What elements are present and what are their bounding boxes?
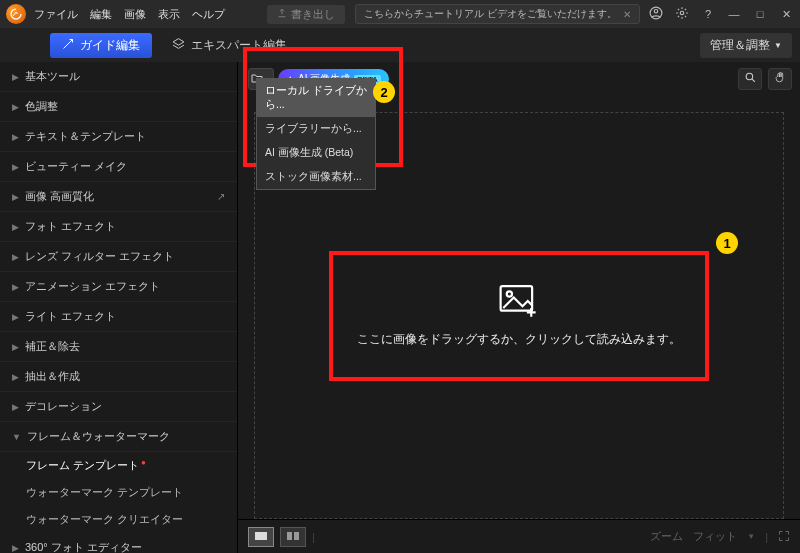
chevron-down-icon: ▼ — [774, 41, 782, 50]
guide-edit-button[interactable]: ガイド編集 — [50, 33, 152, 58]
image-add-icon — [498, 283, 540, 321]
sidebar-label: アニメーション エフェクト — [25, 279, 160, 294]
upload-icon — [277, 8, 287, 20]
caret-icon: ▶ — [12, 312, 19, 322]
sidebar-label: 360° フォト エディター — [25, 540, 142, 553]
sidebar-label: フォト エフェクト — [25, 219, 116, 234]
sidebar-label: フレーム＆ウォーターマーク — [27, 429, 170, 444]
fit-label[interactable]: フィット — [693, 529, 737, 544]
caret-icon: ▶ — [12, 162, 19, 172]
sidebar-label: レンズ フィルター エフェクト — [25, 249, 174, 264]
svg-point-5 — [507, 291, 512, 296]
expert-edit-button[interactable]: エキスパート編集 — [172, 37, 287, 54]
close-icon[interactable]: ✕ — [623, 9, 631, 20]
sidebar-label: テキスト＆テンプレート — [25, 129, 146, 144]
sidebar-sub-label: フレーム テンプレート — [26, 459, 139, 471]
menu-file[interactable]: ファイル — [34, 7, 78, 22]
menu-image[interactable]: 画像 — [124, 7, 146, 22]
export-button[interactable]: 書き出し — [267, 5, 345, 24]
dropdown-stock[interactable]: ストック画像素材... — [257, 165, 375, 189]
sidebar-label: ビューティー メイク — [25, 159, 127, 174]
chevron-down-icon: ▼ — [12, 432, 21, 442]
guide-edit-label: ガイド編集 — [80, 37, 140, 54]
caret-icon: ▶ — [12, 252, 19, 262]
sidebar-item-extract[interactable]: ▶抽出＆作成 — [0, 362, 237, 392]
sidebar-item-photo-effect[interactable]: ▶フォト エフェクト — [0, 212, 237, 242]
sidebar-item-color[interactable]: ▶色調整 — [0, 92, 237, 122]
sidebar-item-360[interactable]: ▶360° フォト エディター — [0, 533, 237, 553]
sidebar-sub-watermark-template[interactable]: ウォーターマーク テンプレート — [0, 479, 237, 506]
svg-point-2 — [680, 11, 684, 15]
svg-point-3 — [746, 73, 753, 80]
split-view-button[interactable] — [280, 527, 306, 547]
single-view-button[interactable] — [248, 527, 274, 547]
sidebar-label: 色調整 — [25, 99, 58, 114]
svg-rect-8 — [294, 532, 299, 540]
sidebar-label: 補正＆除去 — [25, 339, 80, 354]
minimize-button[interactable]: — — [726, 8, 742, 20]
caret-icon: ▶ — [12, 402, 19, 412]
annotation-badge-2: 2 — [373, 81, 395, 103]
sidebar: ▶基本ツール ▶色調整 ▶テキスト＆テンプレート ▶ビューティー メイク ▶画像… — [0, 62, 238, 553]
sidebar-sub-label: ウォーターマーク クリエイター — [26, 513, 183, 525]
sidebar-item-light[interactable]: ▶ライト エフェクト — [0, 302, 237, 332]
wand-icon — [62, 38, 74, 53]
sidebar-item-decoration[interactable]: ▶デコレーション — [0, 392, 237, 422]
manage-adjust-button[interactable]: 管理＆調整 ▼ — [700, 33, 792, 58]
drop-zone-highlight: ここに画像をドラッグするか、クリックして読み込みます。 — [329, 251, 709, 381]
menu-edit[interactable]: 編集 — [90, 7, 112, 22]
dropdown-local-drive[interactable]: ローカル ドライブから... — [257, 79, 375, 117]
sidebar-item-correct[interactable]: ▶補正＆除去 — [0, 332, 237, 362]
dropdown-library[interactable]: ライブラリーから... — [257, 117, 375, 141]
menu-view[interactable]: 表示 — [158, 7, 180, 22]
pan-button[interactable] — [768, 68, 792, 90]
external-link-icon: ↗ — [217, 191, 225, 202]
caret-icon: ▶ — [12, 132, 19, 142]
search-icon — [744, 71, 757, 87]
sidebar-label: 基本ツール — [25, 69, 80, 84]
chevron-down-icon: ▼ — [747, 532, 755, 541]
hand-icon — [774, 71, 787, 87]
help-icon[interactable]: ? — [700, 8, 716, 20]
expert-edit-label: エキスパート編集 — [191, 37, 287, 54]
sidebar-item-text[interactable]: ▶テキスト＆テンプレート — [0, 122, 237, 152]
maximize-button[interactable]: □ — [752, 8, 768, 20]
settings-icon[interactable] — [674, 6, 690, 22]
account-icon[interactable] — [648, 6, 664, 22]
svg-rect-6 — [255, 532, 267, 540]
sidebar-label: デコレーション — [25, 399, 102, 414]
sidebar-sub-label: ウォーターマーク テンプレート — [26, 486, 183, 498]
sidebar-item-beauty[interactable]: ▶ビューティー メイク — [0, 152, 237, 182]
divider: | — [312, 531, 315, 543]
mode-bar: ガイド編集 エキスパート編集 管理＆調整 ▼ — [0, 28, 800, 62]
caret-icon: ▶ — [12, 222, 19, 232]
annotation-badge-1: 1 — [716, 232, 738, 254]
zoom-label: ズーム — [650, 529, 683, 544]
sidebar-label: ライト エフェクト — [25, 309, 116, 324]
sidebar-item-lens-filter[interactable]: ▶レンズ フィルター エフェクト — [0, 242, 237, 272]
tutorial-text: こちらからチュートリアル ビデオをご覧いただけます。 — [364, 7, 617, 21]
sidebar-item-frame-watermark[interactable]: ▼フレーム＆ウォーターマーク — [0, 422, 237, 452]
menu-help[interactable]: ヘルプ — [192, 7, 225, 22]
caret-icon: ▶ — [12, 282, 19, 292]
bottom-bar: | ズーム フィット ▼ | — [238, 519, 800, 553]
manage-label: 管理＆調整 — [710, 37, 770, 54]
single-view-icon — [254, 531, 268, 543]
new-indicator: ● — [141, 458, 146, 467]
dropdown-ai-generate[interactable]: AI 画像生成 (Beta) — [257, 141, 375, 165]
search-button[interactable] — [738, 68, 762, 90]
caret-icon: ▶ — [12, 543, 19, 553]
sidebar-sub-frame-template[interactable]: フレーム テンプレート● — [0, 452, 237, 479]
sidebar-label: 抽出＆作成 — [25, 369, 80, 384]
sidebar-item-animation[interactable]: ▶アニメーション エフェクト — [0, 272, 237, 302]
menu-bar: ファイル 編集 画像 表示 ヘルプ — [34, 7, 267, 22]
sidebar-item-enhance[interactable]: ▶画像 高画質化↗ — [0, 182, 237, 212]
sidebar-item-basic[interactable]: ▶基本ツール — [0, 62, 237, 92]
divider: | — [765, 531, 768, 543]
close-button[interactable]: ✕ — [778, 8, 794, 21]
tutorial-banner[interactable]: こちらからチュートリアル ビデオをご覧いただけます。 ✕ — [355, 4, 640, 24]
sidebar-sub-watermark-creator[interactable]: ウォーターマーク クリエイター — [0, 506, 237, 533]
drop-zone-text: ここに画像をドラッグするか、クリックして読み込みます。 — [357, 331, 681, 348]
layers-icon — [172, 37, 185, 53]
fullscreen-icon[interactable] — [778, 530, 790, 544]
